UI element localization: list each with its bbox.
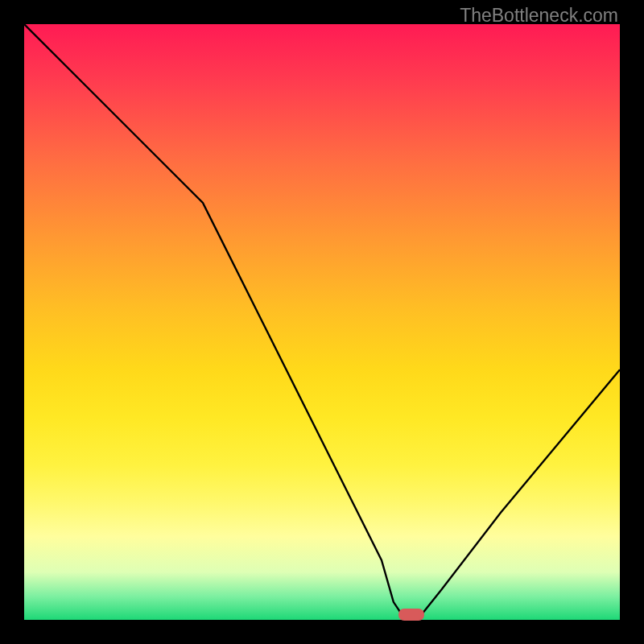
bottleneck-curve: [24, 24, 620, 620]
optimum-marker: [398, 609, 424, 621]
watermark-text: TheBottleneck.com: [460, 5, 618, 27]
chart-container: TheBottleneck.com: [0, 0, 644, 644]
plot-area: [24, 24, 620, 620]
